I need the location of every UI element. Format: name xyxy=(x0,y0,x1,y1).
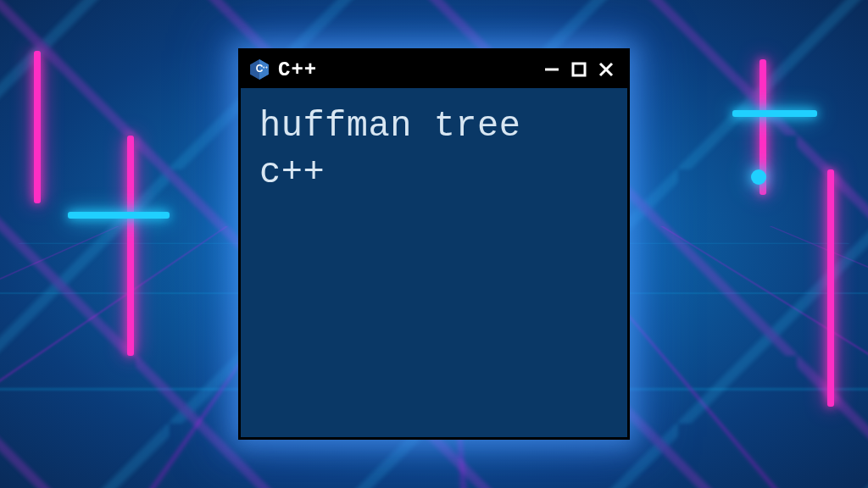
cpp-logo-icon: C + + xyxy=(248,58,271,81)
terminal-content: huffman tree c++ xyxy=(241,88,627,211)
svg-text:C: C xyxy=(256,63,264,75)
decor-dot xyxy=(751,169,766,185)
window-controls xyxy=(539,58,619,81)
svg-rect-6 xyxy=(573,64,585,75)
svg-text:+: + xyxy=(265,65,268,69)
minimize-button[interactable] xyxy=(539,58,565,81)
decor-bar xyxy=(34,51,41,203)
maximize-icon xyxy=(570,61,587,78)
close-icon xyxy=(597,60,615,79)
decor-bar xyxy=(68,212,170,219)
window-title: C++ xyxy=(278,58,532,81)
maximize-button[interactable] xyxy=(566,58,592,81)
decor-bar xyxy=(732,110,817,117)
title-bar[interactable]: C + + C++ xyxy=(241,51,627,88)
decor-bar xyxy=(827,169,834,407)
code-line-2: c++ xyxy=(259,150,609,197)
svg-text:+: + xyxy=(263,65,265,69)
code-line-1: huffman tree xyxy=(259,103,609,150)
terminal-window: C + + C++ huffman t xyxy=(238,48,630,440)
close-button[interactable] xyxy=(593,58,619,81)
minimize-icon xyxy=(542,60,561,79)
decor-bar xyxy=(127,136,134,356)
